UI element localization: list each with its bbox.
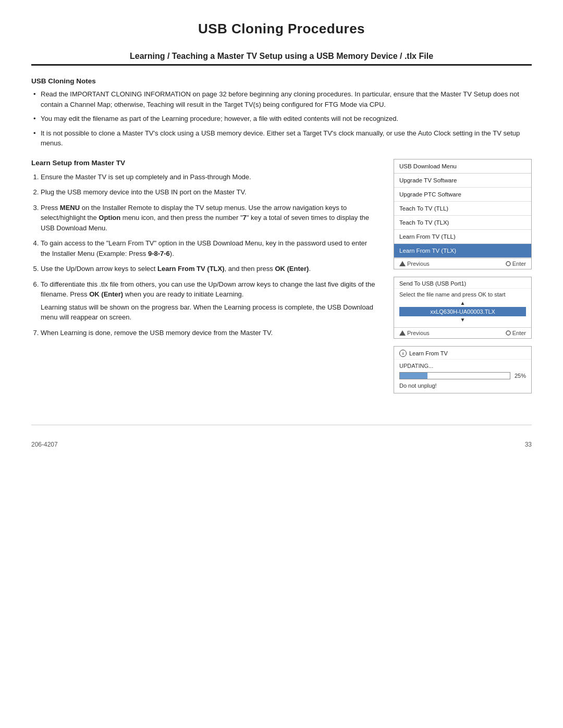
- learn-panel-body: UPDATING... 25% Do not unplug!: [394, 360, 531, 393]
- svg-point-3: [506, 331, 510, 335]
- menu-row-learn-tlx: Learn From TV (TLX): [394, 244, 531, 258]
- learn-panel-title: Learn From TV: [409, 350, 448, 356]
- prev-icon: Previous: [399, 261, 430, 267]
- steps-section: Learn Setup from Master TV Ensure the Ma…: [31, 159, 378, 343]
- tv-panels: USB Download Menu Upgrade TV Software Up…: [394, 159, 532, 394]
- progress-pct: 25%: [515, 373, 526, 379]
- page-title: USB Cloning Procedures: [31, 21, 532, 37]
- arrow-down-icon: ▼: [460, 317, 466, 323]
- send-usb-enter-icon: Enter: [506, 330, 526, 336]
- note-item-3: It is not possible to clone a Master TV'…: [31, 128, 532, 149]
- page-footer: 206-4207 33: [31, 425, 532, 448]
- send-usb-panel: Send To USB (USB Port1) Select the file …: [394, 277, 532, 339]
- do-not-unplug: Do not unplug!: [399, 382, 526, 389]
- learn-circle-icon: i: [399, 350, 407, 357]
- send-usb-select-text: Select the file name and press OK to sta…: [399, 291, 526, 298]
- step-6: To differentiate this .tlx file from oth…: [41, 279, 378, 323]
- step-7: When Learning is done, remove the USB me…: [41, 328, 378, 338]
- footer-right: 33: [525, 441, 532, 448]
- step-2: Plug the USB memory device into the USB …: [41, 187, 378, 198]
- usb-cloning-notes-section: USB Cloning Notes Read the IMPORTANT CLO…: [31, 77, 532, 149]
- updating-text: UPDATING...: [399, 363, 526, 369]
- menu-row-upgrade-ptc: Upgrade PTC Software: [394, 188, 531, 202]
- footer-left: 206-4207: [31, 441, 58, 448]
- notes-heading: USB Cloning Notes: [31, 77, 532, 85]
- menu-row-teach-tlx: Teach To TV (TLX): [394, 216, 531, 230]
- notes-list: Read the IMPORTANT CLONING INFORMATION o…: [31, 89, 532, 149]
- usb-download-menu-title: USB Download Menu: [394, 159, 531, 174]
- send-usb-prev-icon: Previous: [399, 330, 430, 336]
- filename-value: xxLQ630H-UA00003.TLX: [399, 307, 526, 316]
- send-usb-footer: Previous Enter: [394, 327, 531, 338]
- step-4: To gain access to the "Learn From TV" op…: [41, 238, 378, 258]
- enter-icon: Enter: [506, 261, 526, 267]
- filename-selector: ▲ xxLQ630H-UA00003.TLX ▼: [399, 301, 526, 323]
- page-subtitle: Learning / Teaching a Master TV Setup us…: [31, 52, 532, 61]
- send-usb-header: Send To USB (USB Port1): [394, 277, 531, 289]
- send-usb-body: Select the file name and press OK to sta…: [394, 289, 531, 327]
- steps-list: Ensure the Master TV is set up completel…: [31, 172, 378, 338]
- menu-row-learn-tll: Learn From TV (TLL): [394, 230, 531, 244]
- step-5: Use the Up/Down arrow keys to select Lea…: [41, 264, 378, 274]
- svg-marker-2: [399, 330, 406, 336]
- learn-panel-header: i Learn From TV: [394, 347, 531, 360]
- steps-heading: Learn Setup from Master TV: [31, 159, 378, 167]
- progress-container: 25%: [399, 372, 526, 379]
- note-item-2: You may edit the filename as part of the…: [31, 114, 532, 124]
- svg-point-1: [506, 262, 510, 266]
- main-content: Learn Setup from Master TV Ensure the Ma…: [31, 159, 532, 394]
- learn-from-tv-panel: i Learn From TV UPDATING... 25% Do not u…: [394, 346, 532, 393]
- usb-menu-footer: Previous Enter: [394, 258, 531, 269]
- menu-row-teach-tll: Teach To TV (TLL): [394, 202, 531, 216]
- usb-download-menu-panel: USB Download Menu Upgrade TV Software Up…: [394, 159, 532, 270]
- progress-bar-outer: [399, 372, 510, 379]
- progress-bar-inner: [400, 373, 427, 379]
- note-item-1: Read the IMPORTANT CLONING INFORMATION o…: [31, 89, 532, 109]
- arrow-up-icon: ▲: [460, 301, 466, 306]
- title-divider: [31, 64, 532, 66]
- step-3: Press MENU on the Installer Remote to di…: [41, 203, 378, 233]
- menu-row-upgrade-tv: Upgrade TV Software: [394, 174, 531, 188]
- svg-marker-0: [399, 261, 406, 266]
- step-1: Ensure the Master TV is set up completel…: [41, 172, 378, 182]
